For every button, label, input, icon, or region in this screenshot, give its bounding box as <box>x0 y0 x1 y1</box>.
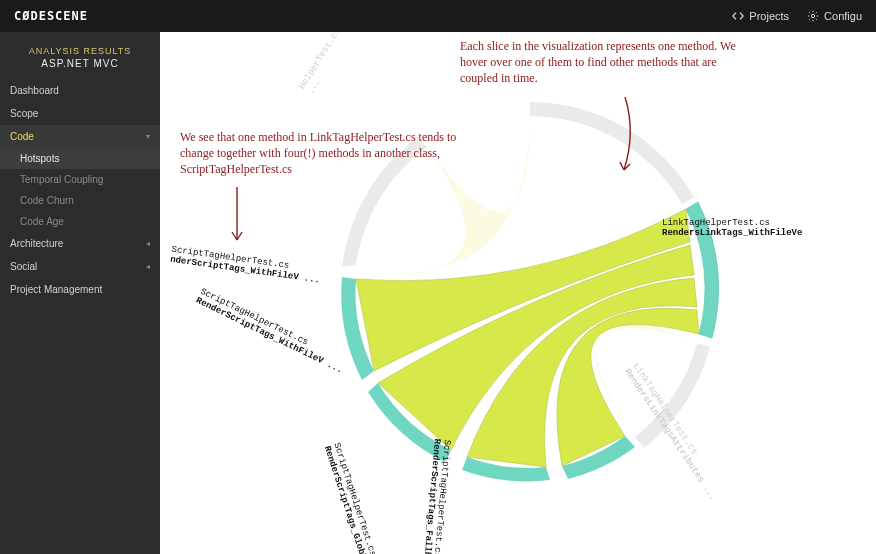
chord-label[interactable]: LinkTagHelperTest.cs RendersLinkTags_Wit… <box>662 219 802 239</box>
analysis-results-header: ANALYSIS RESULTS <box>0 40 160 58</box>
sidebar-sub-code-age[interactable]: Code Age <box>0 211 160 232</box>
chevron-left-icon: ◂ <box>146 239 150 248</box>
nav-projects-label: Projects <box>749 10 789 22</box>
project-name: ASP.NET MVC <box>0 58 160 79</box>
sidebar-sub-temporal-coupling[interactable]: Temporal Coupling <box>0 169 160 190</box>
annotation-top-right: Each slice in the visualization represen… <box>460 38 750 87</box>
nav-configure-label: Configu <box>824 10 862 22</box>
sidebar-item-code[interactable]: Code ▾ <box>0 125 160 148</box>
top-nav: Projects Configu <box>732 10 862 22</box>
code-icon <box>732 10 744 22</box>
annotation-arrow-icon <box>600 92 650 182</box>
svg-point-0 <box>811 14 814 17</box>
visualization-pane[interactable]: Each slice in the visualization represen… <box>160 32 876 554</box>
sidebar-item-architecture[interactable]: Architecture ◂ <box>0 232 160 255</box>
sidebar-sub-code-churn[interactable]: Code Churn <box>0 190 160 211</box>
sidebar-item-social[interactable]: Social ◂ <box>0 255 160 278</box>
nav-projects[interactable]: Projects <box>732 10 789 22</box>
chevron-down-icon: ▾ <box>146 132 150 141</box>
sidebar-item-scope[interactable]: Scope <box>0 102 160 125</box>
top-bar: CØDESCENE Projects Configu <box>0 0 876 32</box>
gear-icon <box>807 10 819 22</box>
sidebar-sub-hotspots[interactable]: Hotspots <box>0 148 160 169</box>
sidebar-item-project-management[interactable]: Project Management <box>0 278 160 301</box>
sidebar: ANALYSIS RESULTS ASP.NET MVC Dashboard S… <box>0 32 160 554</box>
nav-configure[interactable]: Configu <box>807 10 862 22</box>
chord-label-method: RendersLinkTags_WithFileVe <box>662 229 802 239</box>
annotation-arrow-icon <box>222 182 252 252</box>
brand-logo: CØDESCENE <box>14 9 88 23</box>
annotation-mid-left: We see that one method in LinkTagHelperT… <box>180 129 490 178</box>
chevron-left-icon: ◂ <box>146 262 150 271</box>
sidebar-item-dashboard[interactable]: Dashboard <box>0 79 160 102</box>
